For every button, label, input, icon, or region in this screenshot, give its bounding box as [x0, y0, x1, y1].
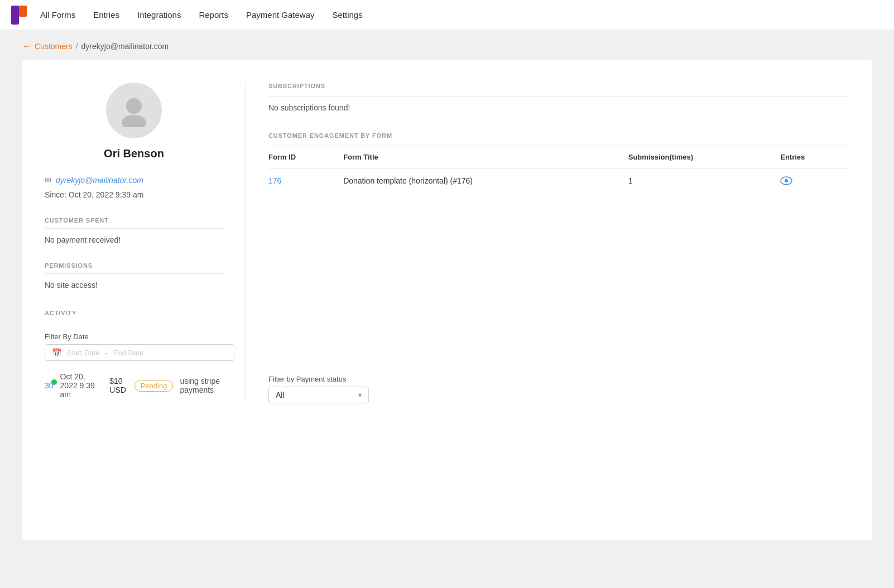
- filter-date-group: Filter By Date 📅 Start Date - End Date: [45, 332, 234, 361]
- date-range-dash: -: [105, 349, 108, 357]
- nav-entries[interactable]: Entries: [93, 10, 119, 20]
- chevron-down-icon: ▾: [358, 391, 362, 399]
- breadcrumb-current-page: dyrekyjo@mailinator.com: [81, 42, 169, 51]
- col-submissions: Submission(times): [628, 146, 780, 168]
- activity-entry-amount: $10 USD: [109, 377, 127, 394]
- email-row: ✉ dyrekyjo@mailinator.com: [45, 176, 223, 185]
- email-icon: ✉: [45, 176, 51, 185]
- filter-payment-label: Filter by Payment status: [268, 375, 849, 383]
- avatar-section: Ori Benson: [45, 83, 223, 160]
- breadcrumb-customers-link[interactable]: Customers: [35, 42, 73, 51]
- filter-date-label: Filter By Date: [45, 332, 234, 341]
- engagement-label: CUSTOMER ENGAGEMENT BY FORM: [268, 132, 849, 146]
- activity-entry-description: using stripe payments: [180, 377, 223, 394]
- svg-point-2: [126, 98, 142, 114]
- activity-status-badge: Pending: [134, 380, 174, 392]
- nav-payment-gateway[interactable]: Payment Gateway: [246, 10, 315, 20]
- customer-spent-label: CUSTOMER SPENT: [45, 217, 223, 229]
- form-id-link[interactable]: 176: [268, 176, 281, 185]
- customer-spent-value: No payment received!: [45, 235, 223, 244]
- right-panel: SUBSCRIPTIONS No subscriptions found! CU…: [246, 83, 849, 403]
- start-date-placeholder: Start Date: [67, 349, 100, 357]
- end-date-placeholder: End Date: [113, 349, 143, 357]
- svg-point-3: [122, 115, 146, 127]
- svg-point-5: [785, 179, 788, 182]
- customer-name: Ori Benson: [104, 147, 164, 160]
- activity-section: ACTIVITY Filter By Date 📅 Start Date - E…: [45, 310, 223, 399]
- engagement-entries: [780, 168, 849, 196]
- payment-status-select[interactable]: All ▾: [268, 387, 369, 403]
- top-navigation: All Forms Entries Integrations Reports P…: [0, 0, 894, 30]
- activity-label: ACTIVITY: [45, 310, 223, 321]
- svg-rect-1: [19, 6, 27, 17]
- view-entries-icon[interactable]: [780, 176, 792, 187]
- customer-since: Since: Oct 20, 2022 9:39 am: [45, 190, 223, 199]
- no-subscriptions-text: No subscriptions found!: [268, 97, 849, 126]
- payment-status-value: All: [276, 391, 285, 399]
- card-body: Ori Benson ✉ dyrekyjo@mailinator.com Sin…: [45, 83, 849, 403]
- engagement-form-title: Donation template (horizontal) (#176): [343, 168, 628, 196]
- nav-integrations[interactable]: Integrations: [137, 10, 181, 20]
- left-panel: Ori Benson ✉ dyrekyjo@mailinator.com Sin…: [45, 83, 246, 403]
- app-logo: [11, 6, 27, 25]
- avatar: [106, 83, 162, 138]
- engagement-form-id: 176: [268, 168, 343, 196]
- nav-links: All Forms Entries Integrations Reports P…: [40, 10, 363, 20]
- activity-dot: [51, 379, 57, 385]
- date-range-input[interactable]: 📅 Start Date - End Date: [45, 344, 234, 361]
- permissions-value: No site access!: [45, 281, 223, 290]
- permissions-label: PERMISSIONS: [45, 262, 223, 274]
- col-entries: Entries: [780, 146, 849, 168]
- svg-rect-0: [11, 6, 19, 25]
- col-form-title: Form Title: [343, 146, 628, 168]
- breadcrumb-separator: /: [76, 42, 78, 51]
- breadcrumb-back-arrow[interactable]: ←: [22, 41, 31, 51]
- table-row: 176 Donation template (horizontal) (#176…: [268, 168, 849, 196]
- breadcrumb: ← Customers / dyrekyjo@mailinator.com: [0, 30, 894, 60]
- calendar-icon: 📅: [52, 348, 61, 357]
- engagement-submissions: 1: [628, 168, 780, 196]
- filter-payment-group: Filter by Payment status All ▾: [268, 375, 849, 403]
- customer-email-link[interactable]: dyrekyjo@mailinator.com: [56, 176, 143, 185]
- subscriptions-label: SUBSCRIPTIONS: [268, 83, 849, 97]
- col-form-id: Form ID: [268, 146, 343, 168]
- main-card: Ori Benson ✉ dyrekyjo@mailinator.com Sin…: [22, 60, 872, 540]
- engagement-table: Form ID Form Title Submission(times) Ent…: [268, 146, 849, 196]
- nav-settings[interactable]: Settings: [333, 10, 363, 20]
- activity-entry-date: Oct 20, 2022 9:39 am: [60, 372, 103, 399]
- filter-row: Filter By Date 📅 Start Date - End Date: [45, 332, 223, 361]
- activity-entry: 30 Oct 20, 2022 9:39 am $10 USD Pending …: [45, 372, 223, 399]
- nav-reports[interactable]: Reports: [199, 10, 228, 20]
- engagement-table-header: Form ID Form Title Submission(times) Ent…: [268, 146, 849, 168]
- nav-all-forms[interactable]: All Forms: [40, 10, 75, 20]
- activity-entry-link[interactable]: 30: [45, 381, 54, 390]
